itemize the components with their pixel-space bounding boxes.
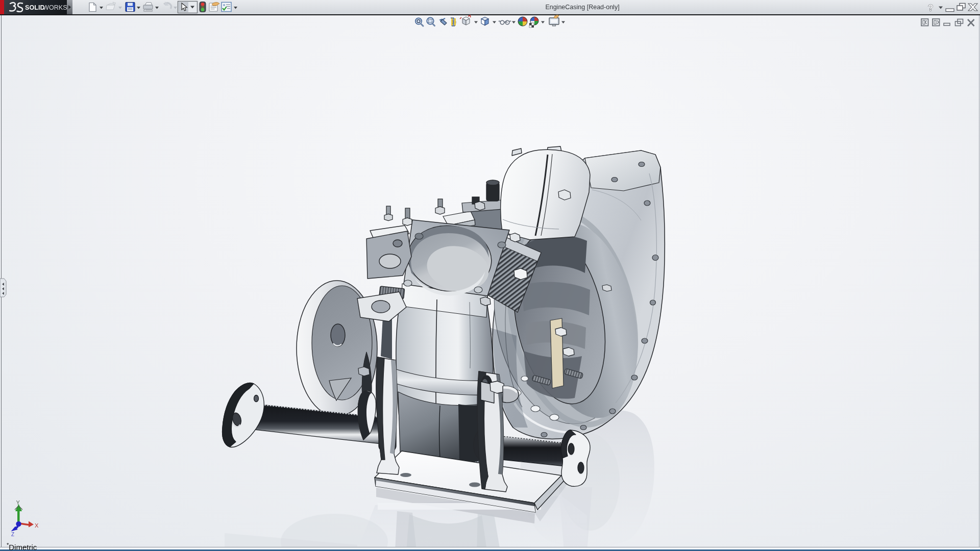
svg-text:WORKS: WORKS bbox=[43, 4, 67, 11]
svg-text:?: ? bbox=[928, 3, 933, 13]
svg-text:SOLID: SOLID bbox=[25, 4, 45, 11]
